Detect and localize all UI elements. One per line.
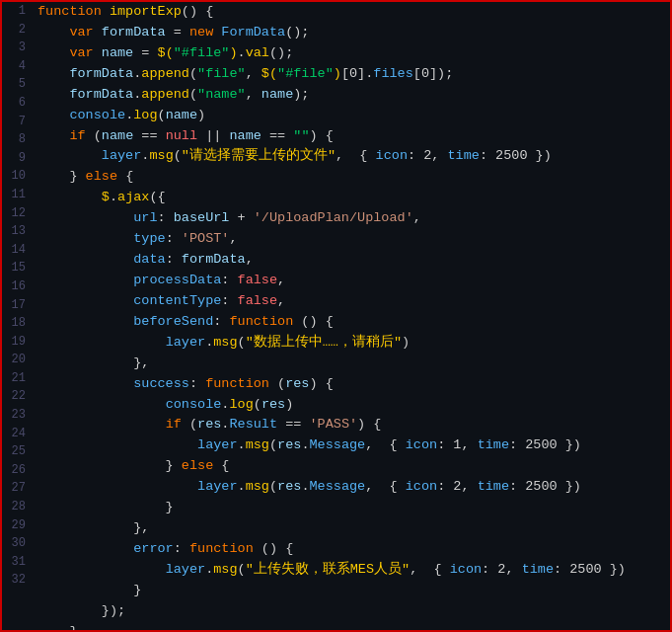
code-line: if (res.Result == 'PASS') {: [37, 415, 664, 435]
plain-token: :: [221, 293, 237, 308]
var-token: name: [166, 108, 197, 122]
prop-token: contentType: [133, 293, 221, 308]
plain-token: :: [166, 252, 182, 267]
plain-token: ,: [277, 273, 285, 287]
line-numbers: 1234567891011121314151617181920212223242…: [2, 2, 30, 630]
plain-token: :: [189, 376, 205, 391]
plain-token: .: [238, 45, 246, 60]
plain-token: : 1,: [437, 437, 478, 452]
prop-token: files: [373, 66, 413, 81]
plain-token: ): [285, 397, 293, 412]
line-number: 23: [2, 406, 26, 425]
line-number: 29: [2, 516, 26, 535]
code-line: success: function (res) {: [37, 374, 664, 395]
code-line: layer.msg("数据上传中……，请稍后"): [37, 333, 664, 354]
op-token: =: [141, 45, 157, 60]
prop-token: success: [133, 376, 189, 391]
plain-token: : 2,: [408, 148, 448, 163]
code-line: url: baseUrl + '/UploadPlan/Upload',: [37, 208, 664, 229]
plain-token: (: [94, 128, 102, 143]
code-editor: 1234567891011121314151617181920212223242…: [0, 0, 672, 632]
line-number: 31: [2, 553, 26, 572]
plain-token: ();: [285, 25, 309, 40]
method-token: append: [141, 87, 189, 102]
code-line: },: [37, 354, 664, 374]
code-line: console.log(name): [37, 106, 664, 126]
plain-token: (: [254, 397, 261, 412]
method-token: ): [229, 45, 237, 60]
line-number: 6: [2, 94, 26, 113]
kw-token: function: [37, 4, 110, 19]
op-token: =: [174, 25, 189, 40]
var-token: res: [277, 479, 301, 494]
var-token: name: [102, 45, 142, 60]
line-number: 5: [2, 75, 26, 94]
kw-token: function: [205, 376, 277, 391]
plain-token: },: [37, 356, 149, 370]
kw-token: var: [69, 45, 101, 60]
method-token: log: [229, 397, 253, 412]
str-token: "name": [197, 87, 246, 102]
line-number: 24: [2, 425, 26, 443]
chinese-token: "数据上传中……，请稍后": [246, 335, 402, 350]
plain-token: :: [213, 314, 229, 329]
prop-token: layer: [197, 437, 238, 452]
plain-token: [37, 541, 133, 556]
plain-token: {: [125, 169, 133, 184]
kw-token: var: [69, 25, 101, 40]
str-token: "": [293, 128, 309, 143]
plain-token: (: [277, 376, 285, 391]
prop-token: url: [133, 210, 157, 225]
line-number: 11: [2, 186, 26, 204]
plain-token: [37, 273, 133, 287]
var-token: res: [277, 437, 301, 452]
plain-token: () {: [261, 541, 293, 556]
chinese-token: "请选择需要上传的文件": [182, 148, 336, 163]
code-line: type: 'POST',: [37, 229, 664, 250]
method-token: msg: [213, 335, 237, 350]
kw-token: function: [229, 314, 301, 329]
fn-token: importExp: [110, 4, 182, 19]
plain-token: :: [221, 273, 237, 287]
plain-token: ,: [229, 231, 237, 246]
val-token: false: [238, 273, 278, 287]
var-token: res: [261, 397, 285, 412]
code-line: function importExp() {: [37, 2, 664, 23]
code-line: }: [37, 498, 664, 518]
plain-token: :: [158, 210, 174, 225]
obj-token: console: [69, 108, 125, 122]
line-number: 26: [2, 461, 26, 480]
code-line: $.ajax({: [37, 188, 664, 208]
plain-token: (: [189, 417, 197, 432]
plain-token: ): [197, 108, 205, 122]
var-token: name: [261, 87, 293, 102]
code-line: var formData = new FormData();: [37, 23, 664, 43]
var-token: formData: [69, 87, 133, 102]
plain-token: [37, 293, 133, 308]
prop-token: type: [133, 231, 165, 246]
code-line: layer.msg("上传失败，联系MES人员", { icon: 2, tim…: [37, 560, 664, 581]
line-number: 2: [2, 21, 26, 40]
line-number: 13: [2, 222, 26, 241]
code-line: formData.append("name", name);: [37, 85, 664, 106]
plain-token: :: [174, 541, 189, 556]
code-line: }: [37, 622, 664, 632]
op-token: ==: [141, 128, 165, 143]
plain-token: [37, 231, 133, 246]
prop-token: icon: [450, 562, 482, 577]
code-line: formData.append("file", $("#file")[0].fi…: [37, 64, 664, 85]
plain-token: [0].: [341, 66, 373, 81]
plain-token: [0]);: [413, 66, 454, 81]
method-token: msg: [149, 148, 173, 163]
plain-token: [37, 479, 197, 494]
plain-token: (: [238, 335, 246, 350]
line-number: 32: [2, 571, 26, 590]
prop-token: beforeSend: [133, 314, 213, 329]
line-number: 27: [2, 479, 26, 498]
line-number: 4: [2, 57, 26, 76]
plain-token: [37, 190, 102, 204]
plain-token: [37, 417, 166, 432]
method-token: append: [141, 66, 189, 81]
line-number: 8: [2, 130, 26, 149]
str-token: "file": [197, 66, 246, 81]
